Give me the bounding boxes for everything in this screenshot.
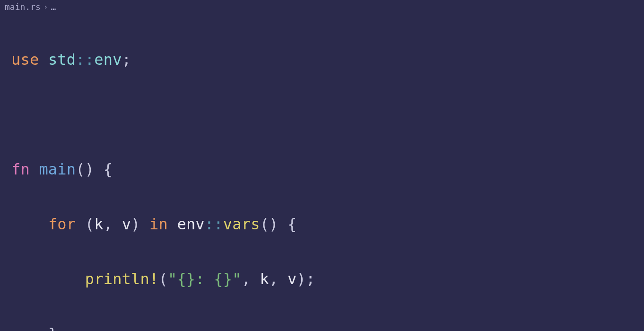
ident-env: env xyxy=(94,51,122,69)
breadcrumb-ellipsis[interactable]: … xyxy=(51,2,56,12)
ident-env: env xyxy=(168,215,205,233)
paren-open: ( xyxy=(158,270,167,288)
parens: () xyxy=(76,160,94,178)
ident-k: k xyxy=(94,215,103,233)
space xyxy=(39,51,48,69)
fn-name-main: main xyxy=(39,160,76,178)
macro-println: println! xyxy=(85,270,159,288)
ident-v: v xyxy=(122,215,131,233)
code-line[interactable]: for (k, v) in env::vars() { xyxy=(11,210,633,238)
code-line[interactable]: use std::env; xyxy=(11,46,633,73)
close: ); xyxy=(296,270,315,288)
code-line[interactable]: println!("{}: {}", k, v); xyxy=(11,265,633,293)
chevron-right-icon: › xyxy=(44,2,48,11)
keyword-use: use xyxy=(11,51,39,69)
brace-open: { xyxy=(94,160,113,178)
string-literal: "{}: {}" xyxy=(168,270,242,288)
paren-close: ) xyxy=(131,215,149,233)
ident-v: v xyxy=(287,270,296,288)
double-colon: :: xyxy=(205,215,223,233)
call-brace: () { xyxy=(260,215,297,233)
comma: , xyxy=(104,215,122,233)
space xyxy=(30,160,39,178)
comma: , xyxy=(269,270,287,288)
paren-open: ( xyxy=(76,215,94,233)
semicolon: ; xyxy=(122,51,131,69)
ident-k: k xyxy=(260,270,269,288)
code-line[interactable]: fn main() { xyxy=(11,156,633,183)
keyword-for: for xyxy=(48,215,76,233)
comma: , xyxy=(242,270,260,288)
code-line[interactable]: } xyxy=(11,320,633,331)
breadcrumb[interactable]: main.rs › … xyxy=(0,0,644,14)
fn-vars: vars xyxy=(223,215,260,233)
keyword-fn: fn xyxy=(11,160,30,178)
brace-close: } xyxy=(48,325,57,331)
keyword-in: in xyxy=(149,215,168,233)
breadcrumb-file[interactable]: main.rs xyxy=(5,2,41,12)
code-editor[interactable]: use std::env; fn main() { for (k, v) in … xyxy=(0,14,644,331)
code-line[interactable] xyxy=(11,101,633,128)
double-colon: :: xyxy=(76,51,94,69)
ident-std: std xyxy=(48,51,76,69)
